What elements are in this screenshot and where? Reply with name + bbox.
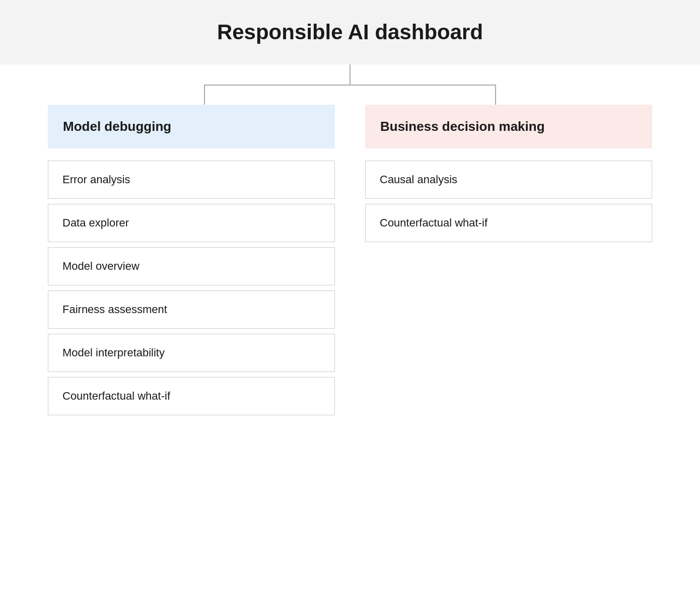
diagram-container: Model debugging Error analysis Data expl… (0, 64, 700, 415)
left-branch-connector (204, 85, 205, 105)
list-item[interactable]: Counterfactual what-if (48, 377, 335, 415)
list-item[interactable]: Data explorer (48, 204, 335, 242)
list-item[interactable]: Error analysis (48, 161, 335, 199)
list-item[interactable]: Causal analysis (365, 161, 652, 199)
branch-lines (133, 85, 567, 105)
horizontal-branch-line (204, 85, 496, 86)
business-decision-column: Business decision making Causal analysis… (365, 105, 652, 242)
list-item[interactable]: Model interpretability (48, 334, 335, 372)
list-item[interactable]: Model overview (48, 247, 335, 285)
list-item[interactable]: Fairness assessment (48, 290, 335, 329)
page-title-container: Responsible AI dashboard (0, 0, 700, 64)
model-debugging-header: Model debugging (48, 105, 335, 148)
columns-container: Model debugging Error analysis Data expl… (48, 105, 652, 415)
page-title: Responsible AI dashboard (10, 20, 690, 44)
model-debugging-column: Model debugging Error analysis Data expl… (48, 105, 335, 415)
top-connector-line (349, 64, 351, 85)
business-decision-header: Business decision making (365, 105, 652, 148)
list-item[interactable]: Counterfactual what-if (365, 204, 652, 242)
right-branch-connector (495, 85, 496, 105)
